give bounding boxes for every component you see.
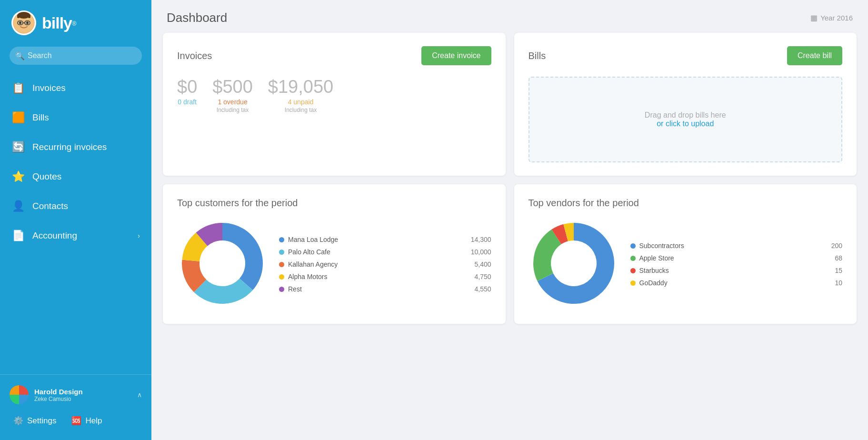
dropzone-text: Drag and drop bills here	[645, 111, 726, 120]
top-vendors-card: Top vendors for the period Subcontractor…	[514, 184, 857, 324]
legend-item: Rest 4,550	[279, 285, 491, 293]
legend-name: GoDaddy	[639, 279, 820, 287]
customers-legend: Mana Loa Lodge 14,300 Palo Alto Cafe 10,…	[279, 236, 491, 293]
legend-name: Rest	[288, 285, 469, 293]
legend-value: 68	[823, 254, 842, 262]
legend-dot	[279, 250, 284, 255]
legend-dot	[630, 243, 636, 249]
nav-label-invoices: Invoices	[32, 83, 66, 93]
logo-text: billy®	[42, 14, 77, 32]
legend-name: Mana Loa Lodge	[288, 236, 467, 243]
nav-label-contacts: Contacts	[32, 201, 68, 211]
legend-dot	[630, 268, 636, 273]
help-label: Help	[85, 416, 102, 426]
chevron-icon: ›	[138, 232, 140, 240]
user-sub: Zeke Camusio	[34, 396, 131, 402]
nav-label-recurring: Recurring invoices	[32, 142, 107, 152]
user-area[interactable]: Harold Design Zeke Camusio ∧	[0, 380, 151, 409]
nav-icon-quotes: ⭐	[11, 170, 25, 183]
top-vendors-title: Top vendors for the period	[529, 198, 639, 208]
bills-card-title: Bills	[529, 50, 546, 61]
vendors-donut-svg	[529, 218, 619, 309]
legend-value: 14,300	[471, 236, 491, 243]
legend-item: Apple Store 68	[630, 254, 843, 262]
bottom-nav: ⚙️ Settings 🆘 Help	[0, 409, 151, 434]
invoices-card: Invoices Create invoice $0 0 draft $500 …	[163, 33, 506, 176]
user-chevron-icon: ∧	[137, 391, 142, 399]
invoices-card-title: Invoices	[177, 50, 212, 61]
legend-name: Kallahan Agency	[288, 260, 469, 268]
legend-value: 200	[823, 242, 842, 250]
svg-point-8	[19, 22, 21, 24]
legend-item: Subcontractors 200	[630, 242, 843, 250]
nav-label-accounting: Accounting	[32, 230, 77, 241]
invoice-stats: $0 0 draft $500 1 overdue Including tax …	[177, 77, 491, 113]
legend-name: Palo Alto Cafe	[288, 248, 467, 256]
invoice-stat-block: $500 1 overdue Including tax	[212, 77, 253, 113]
nav-label-quotes: Quotes	[32, 171, 61, 182]
sidebar-item-contacts[interactable]: 👤 Contacts	[0, 191, 151, 221]
sidebar-item-bills[interactable]: 🟧 Bills	[0, 103, 151, 132]
legend-dot	[279, 262, 284, 267]
legend-value: 10	[823, 279, 842, 287]
dropzone-link[interactable]: or click to upload	[657, 120, 714, 128]
settings-label: Settings	[27, 416, 56, 426]
legend-dot	[279, 237, 284, 242]
vendors-legend: Subcontractors 200 Apple Store 68 Starbu…	[630, 242, 843, 287]
customers-donut	[177, 218, 268, 310]
legend-value: 4,750	[472, 273, 491, 280]
legend-dot	[279, 274, 284, 280]
logo-avatar	[11, 10, 36, 35]
legend-item: Palo Alto Cafe 10,000	[279, 248, 491, 256]
sidebar-item-quotes[interactable]: ⭐ Quotes	[0, 162, 151, 191]
logo-area: billy®	[0, 0, 151, 44]
invoice-stat-block: $19,050 4 unpaid Including tax	[268, 77, 333, 113]
settings-nav-item[interactable]: ⚙️ Settings	[6, 411, 64, 430]
legend-dot	[630, 256, 636, 261]
main-content: Dashboard ▦ Year 2016 Invoices Create in…	[151, 0, 868, 440]
svg-rect-3	[17, 14, 20, 18]
legend-dot	[279, 287, 284, 292]
search-area: 🔍	[0, 44, 151, 73]
nav-icon-contacts: 👤	[11, 200, 25, 212]
legend-item: Mana Loa Lodge 14,300	[279, 236, 491, 243]
main-header: Dashboard ▦ Year 2016	[151, 0, 868, 33]
vendors-donut	[529, 218, 619, 310]
donut-segment	[222, 223, 263, 290]
sidebar-item-accounting[interactable]: 📄 Accounting ›	[0, 221, 151, 250]
stat-amount: $0	[177, 77, 197, 97]
nav-menu: 📋 Invoices 🟧 Bills 🔄 Recurring invoices …	[0, 73, 151, 374]
page-title: Dashboard	[167, 10, 227, 25]
sidebar-item-invoices[interactable]: 📋 Invoices	[0, 73, 151, 103]
stat-label: 4 unpaid	[288, 98, 314, 106]
bills-dropzone[interactable]: Drag and drop bills here or click to upl…	[529, 77, 843, 162]
bills-card-header: Bills Create bill	[529, 46, 843, 65]
top-customers-chart: Mana Loa Lodge 14,300 Palo Alto Cafe 10,…	[177, 218, 491, 310]
sidebar-item-recurring[interactable]: 🔄 Recurring invoices	[0, 132, 151, 162]
legend-dot	[630, 280, 636, 286]
nav-icon-invoices: 📋	[11, 82, 25, 94]
legend-name: Apple Store	[639, 254, 820, 262]
nav-icon-recurring: 🔄	[11, 141, 25, 153]
svg-point-9	[26, 22, 29, 24]
create-bill-button[interactable]: Create bill	[787, 46, 842, 65]
help-icon: 🆘	[71, 416, 81, 426]
invoice-stat-block: $0 0 draft	[177, 77, 197, 106]
settings-icon: ⚙️	[13, 416, 23, 426]
help-nav-item[interactable]: 🆘 Help	[64, 411, 110, 430]
nav-label-bills: Bills	[32, 112, 49, 123]
search-input[interactable]	[10, 47, 142, 65]
stat-amount: $19,050	[268, 77, 333, 97]
year-label: Year 2016	[820, 14, 853, 22]
dashboard-grid: Invoices Create invoice $0 0 draft $500 …	[151, 33, 868, 335]
legend-value: 5,400	[472, 260, 491, 268]
svg-rect-4	[28, 14, 30, 18]
legend-name: Subcontractors	[639, 242, 820, 250]
invoices-card-header: Invoices Create invoice	[177, 46, 491, 65]
billy-mascot-icon	[12, 11, 35, 34]
legend-value: 10,000	[471, 248, 491, 256]
sidebar-bottom: Harold Design Zeke Camusio ∧ ⚙️ Settings…	[0, 374, 151, 440]
create-invoice-button[interactable]: Create invoice	[421, 46, 491, 65]
calendar-icon: ▦	[810, 13, 818, 22]
legend-item: Kallahan Agency 5,400	[279, 260, 491, 268]
